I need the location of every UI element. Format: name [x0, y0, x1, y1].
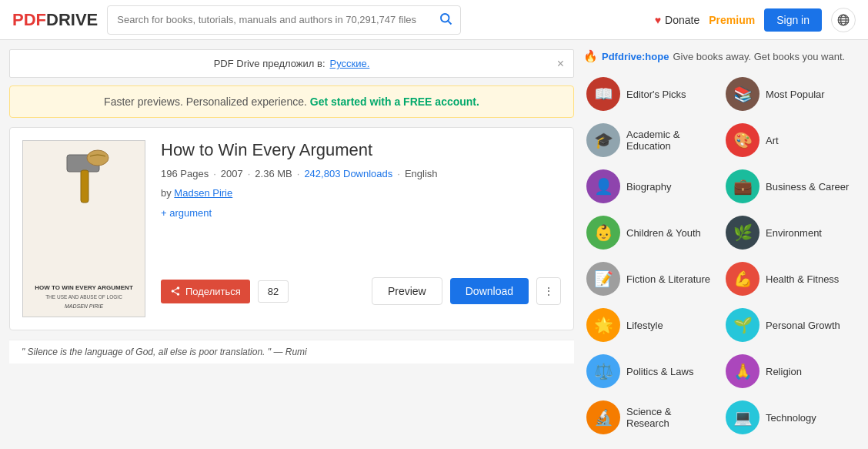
category-label-editors-picks: Editor's Picks — [626, 89, 686, 100]
book-language: English — [405, 168, 438, 179]
sidebar: 🔥 Pdfdrive:hope Give books away. Get boo… — [583, 49, 868, 449]
category-item-academic[interactable]: 🎓 Academic & Education — [583, 119, 719, 162]
category-icon-religion: 🙏 — [726, 354, 760, 388]
book-pages: 196 Pages — [161, 168, 209, 179]
category-item-biography[interactable]: 👤 Biography — [583, 165, 719, 208]
author-prefix: by — [161, 187, 172, 199]
category-item-environment[interactable]: 🌿 Environment — [723, 211, 859, 254]
book-size: 2.36 MB — [255, 168, 292, 179]
category-icon-science: 🔬 — [586, 400, 620, 434]
category-label-academic: Academic & Education — [626, 129, 716, 152]
category-label-art: Art — [766, 135, 779, 146]
category-item-lifestyle[interactable]: 🌟 Lifestyle — [583, 303, 719, 347]
donate-button[interactable]: ♥ Donate — [655, 14, 699, 26]
category-label-biography: Biography — [626, 181, 672, 193]
category-item-editors-picks[interactable]: 📖 Editor's Picks — [583, 72, 719, 116]
category-label-fiction: Fiction & Literature — [626, 273, 710, 285]
category-item-children[interactable]: 👶 Children & Youth — [583, 211, 719, 254]
category-icon-academic: 🎓 — [586, 123, 620, 157]
promo-banner: Faster previews. Personalized experience… — [9, 85, 574, 118]
lang-banner-link[interactable]: Русские. — [330, 58, 370, 69]
sep4: · — [397, 168, 400, 179]
svg-point-9 — [87, 150, 108, 166]
category-label-religion: Religion — [766, 366, 802, 377]
book-actions: Поделиться 82 Preview Download ⋮ — [161, 277, 561, 305]
category-icon-most-popular: 📚 — [726, 77, 760, 111]
category-item-art[interactable]: 🎨 Art — [723, 119, 859, 162]
category-item-most-popular[interactable]: 📚 Most Popular — [723, 72, 859, 116]
heart-icon: ♥ — [655, 14, 661, 26]
download-button[interactable]: Download — [450, 278, 529, 304]
sep3: · — [297, 168, 300, 179]
category-label-technology: Technology — [766, 412, 816, 424]
category-icon-personal: 🌱 — [726, 308, 760, 342]
category-icon-fiction: 📝 — [586, 262, 620, 296]
category-item-science[interactable]: 🔬 Science & Research — [583, 396, 719, 439]
category-label-most-popular: Most Popular — [766, 89, 825, 100]
category-item-technology[interactable]: 💻 Technology — [723, 396, 859, 439]
header: PDFDRIVE ♥ Donate Premium Sign in — [0, 0, 868, 40]
share-button[interactable]: Поделиться — [161, 280, 250, 303]
globe-button[interactable] — [831, 8, 856, 32]
donate-label: Donate — [665, 14, 699, 26]
signin-button[interactable]: Sign in — [764, 8, 822, 32]
book-author[interactable]: Madsen Pirie — [174, 187, 232, 199]
category-item-politics[interactable]: ⚖️ Politics & Laws — [583, 350, 719, 393]
promo-text: Faster previews. Personalized experience… — [104, 95, 307, 108]
quote-bar: " Silence is the language of God, all el… — [9, 340, 574, 364]
category-label-health: Health & Fitness — [766, 273, 839, 285]
search-button[interactable] — [431, 6, 460, 34]
promo-cta[interactable]: Get started with a FREE account. — [310, 95, 479, 108]
quote-text: " Silence is the language of God, all el… — [22, 347, 307, 357]
category-icon-politics: ⚖️ — [586, 354, 620, 388]
share-icon — [170, 286, 181, 297]
book-author-line: by Madsen Pirie — [161, 187, 561, 199]
category-icon-health: 💪 — [726, 262, 760, 296]
svg-rect-8 — [81, 170, 88, 203]
preview-button[interactable]: Preview — [372, 277, 442, 305]
logo[interactable]: PDFDRIVE — [12, 10, 98, 30]
category-icon-editors-picks: 📖 — [586, 77, 620, 111]
book-downloads: 242,803 Downloads — [304, 168, 392, 179]
book-tag[interactable]: + argument — [161, 207, 212, 219]
search-input[interactable] — [108, 8, 431, 31]
category-icon-environment: 🌿 — [726, 216, 760, 250]
category-icon-children: 👶 — [586, 216, 620, 250]
category-label-personal: Personal Growth — [766, 320, 840, 331]
category-item-personal[interactable]: 🌱 Personal Growth — [723, 303, 859, 347]
flame-icon: 🔥 — [583, 49, 598, 63]
lang-banner-text: PDF Drive предложил в: — [214, 58, 326, 69]
logo-drive: DRIVE — [46, 10, 98, 30]
category-icon-lifestyle: 🌟 — [586, 308, 620, 342]
category-label-environment: Environment — [766, 227, 822, 239]
categories-grid: 📖 Editor's Picks 📚 Most Popular 🎓 Academ… — [583, 72, 859, 439]
category-label-politics: Politics & Laws — [626, 366, 693, 377]
category-item-fiction[interactable]: 📝 Fiction & Literature — [583, 257, 719, 300]
header-right: ♥ Donate Premium Sign in — [655, 8, 856, 32]
category-item-health[interactable]: 💪 Health & Fitness — [723, 257, 859, 300]
hope-text: Give books away. Get books you want. — [673, 51, 845, 62]
category-label-lifestyle: Lifestyle — [626, 320, 663, 331]
category-label-children: Children & Youth — [626, 227, 701, 239]
svg-line-1 — [449, 21, 452, 24]
cover-title: HOW TO WIN EVERY ARGUMENT — [35, 284, 133, 292]
premium-button[interactable]: Premium — [709, 14, 755, 26]
more-options-button[interactable]: ⋮ — [536, 277, 561, 305]
book-meta: 196 Pages · 2007 · 2.36 MB · 242,803 Dow… — [161, 168, 561, 179]
lang-banner-close[interactable]: × — [557, 57, 564, 71]
sidebar-hope: 🔥 Pdfdrive:hope Give books away. Get boo… — [583, 49, 859, 63]
category-icon-business: 💼 — [726, 169, 760, 203]
book-info: How to Win Every Argument 196 Pages · 20… — [161, 140, 561, 317]
sep1: · — [213, 168, 216, 179]
category-icon-art: 🎨 — [726, 123, 760, 157]
book-card: HOW TO WIN EVERY ARGUMENT THE USE AND AB… — [9, 127, 574, 330]
hope-link[interactable]: Pdfdrive:hope — [602, 51, 669, 62]
category-item-religion[interactable]: 🙏 Religion — [723, 350, 859, 393]
book-cover: HOW TO WIN EVERY ARGUMENT THE USE AND AB… — [22, 140, 145, 317]
cover-author: MADSEN PIRIE — [35, 303, 133, 309]
sep2: · — [248, 168, 251, 179]
category-item-business[interactable]: 💼 Business & Career — [723, 165, 859, 208]
book-title: How to Win Every Argument — [161, 140, 561, 160]
svg-point-0 — [441, 14, 449, 22]
content-area: PDF Drive предложил в: Русские. × Faster… — [0, 49, 583, 449]
